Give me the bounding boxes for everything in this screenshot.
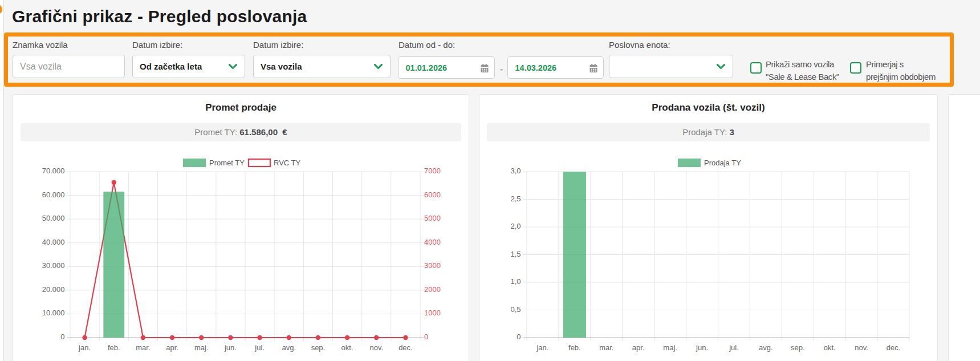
svg-text:50.000: 50.000 — [42, 214, 65, 222]
svg-text:feb.: feb. — [108, 343, 120, 352]
svg-text:0: 0 — [424, 332, 428, 341]
svg-text:mar.: mar. — [599, 343, 613, 352]
svg-text:sep.: sep. — [791, 343, 805, 352]
svg-text:okt.: okt. — [341, 343, 353, 352]
svg-text:30.000: 30.000 — [42, 261, 65, 270]
svg-text:70.000: 70.000 — [42, 167, 65, 175]
svg-text:2,0: 2,0 — [510, 222, 521, 230]
svg-text:0: 0 — [60, 332, 64, 341]
svg-text:nov.: nov. — [369, 343, 383, 352]
svg-text:4000: 4000 — [424, 238, 441, 246]
svg-text:jun.: jun. — [696, 343, 708, 352]
svg-text:2000: 2000 — [424, 285, 441, 294]
svg-text:okt.: okt. — [824, 343, 836, 352]
svg-text:0,5: 0,5 — [510, 305, 521, 314]
svg-text:3000: 3000 — [424, 261, 441, 270]
svg-text:jan.: jan. — [536, 343, 548, 352]
svg-text:7000: 7000 — [424, 167, 441, 175]
svg-text:apr.: apr. — [632, 343, 645, 352]
svg-text:jul.: jul. — [729, 343, 739, 352]
svg-text:1000: 1000 — [424, 309, 441, 317]
svg-text:1,5: 1,5 — [510, 250, 521, 258]
svg-text:60.000: 60.000 — [42, 190, 65, 199]
svg-text:2,5: 2,5 — [510, 194, 521, 203]
svg-text:sep.: sep. — [311, 343, 326, 352]
svg-text:0: 0 — [517, 332, 521, 341]
svg-text:jun.: jun. — [224, 343, 237, 352]
svg-text:mar.: mar. — [136, 343, 150, 352]
svg-text:3,0: 3,0 — [510, 167, 521, 175]
svg-text:1,0: 1,0 — [510, 277, 521, 286]
svg-text:maj.: maj. — [663, 343, 677, 352]
svg-text:5000: 5000 — [424, 214, 441, 222]
svg-text:Prodaja TY: Prodaja TY — [704, 159, 741, 167]
svg-text:jul.: jul. — [254, 343, 265, 352]
svg-text:avg.: avg. — [282, 343, 296, 352]
svg-text:10.000: 10.000 — [42, 309, 65, 317]
svg-text:40.000: 40.000 — [42, 238, 65, 246]
svg-text:nov.: nov. — [855, 343, 868, 352]
svg-text:dec.: dec. — [887, 343, 901, 352]
svg-text:jan.: jan. — [78, 343, 91, 352]
svg-text:apr.: apr. — [166, 343, 178, 352]
svg-text:maj.: maj. — [194, 343, 209, 352]
svg-text:feb.: feb. — [568, 343, 581, 352]
svg-text:Promet TY: Promet TY — [209, 159, 245, 167]
svg-text:avg.: avg. — [759, 343, 773, 352]
svg-text:6000: 6000 — [424, 190, 441, 199]
svg-text:RVC TY: RVC TY — [274, 159, 301, 167]
svg-text:20.000: 20.000 — [42, 285, 65, 294]
svg-text:dec.: dec. — [398, 343, 413, 352]
